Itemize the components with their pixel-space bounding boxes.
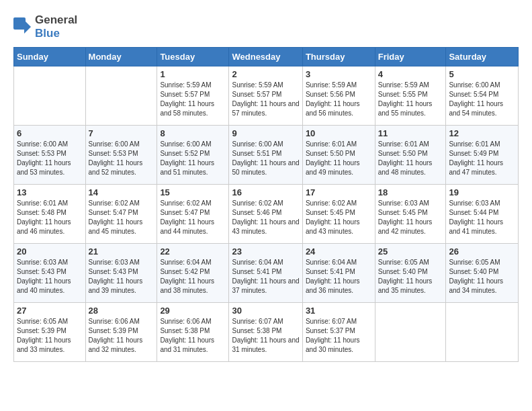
header-cell-sunday: Sunday [14, 48, 86, 66]
day-info: Sunrise: 5:59 AMSunset: 5:56 PMDaylight:… [306, 81, 372, 118]
logo: General Blue [13, 13, 77, 40]
calendar-cell: 19Sunrise: 6:03 AMSunset: 5:44 PMDayligh… [446, 185, 519, 244]
svg-marker-1 [24, 20, 31, 34]
week-row-2: 6Sunrise: 6:00 AMSunset: 5:53 PMDaylight… [14, 126, 519, 185]
day-number: 27 [17, 306, 83, 316]
day-number: 16 [232, 187, 299, 197]
day-info: Sunrise: 6:05 AMSunset: 5:40 PMDaylight:… [449, 258, 515, 295]
day-info: Sunrise: 6:04 AMSunset: 5:42 PMDaylight:… [160, 258, 226, 295]
day-info: Sunrise: 6:03 AMSunset: 5:45 PMDaylight:… [378, 199, 443, 236]
day-number: 5 [449, 69, 515, 79]
calendar-cell: 4Sunrise: 5:59 AMSunset: 5:55 PMDaylight… [375, 66, 446, 126]
day-info: Sunrise: 6:06 AMSunset: 5:39 PMDaylight:… [89, 317, 154, 355]
header: General Blue [13, 13, 519, 40]
header-cell-thursday: Thursday [302, 48, 375, 66]
calendar-cell: 6Sunrise: 6:00 AMSunset: 5:53 PMDaylight… [14, 126, 86, 185]
calendar-cell: 13Sunrise: 6:01 AMSunset: 5:48 PMDayligh… [14, 185, 86, 244]
calendar-cell: 9Sunrise: 6:00 AMSunset: 5:51 PMDaylight… [229, 126, 302, 185]
day-number: 9 [232, 128, 299, 138]
day-info: Sunrise: 6:07 AMSunset: 5:38 PMDaylight:… [232, 317, 299, 355]
day-info: Sunrise: 6:05 AMSunset: 5:40 PMDaylight:… [378, 258, 443, 295]
day-number: 23 [232, 246, 299, 257]
header-cell-wednesday: Wednesday [229, 48, 302, 66]
day-info: Sunrise: 6:00 AMSunset: 5:53 PMDaylight:… [17, 140, 83, 177]
header-cell-saturday: Saturday [446, 48, 519, 66]
day-number: 4 [378, 69, 443, 79]
calendar-cell: 1Sunrise: 5:59 AMSunset: 5:57 PMDaylight… [157, 66, 229, 126]
calendar-table: SundayMondayTuesdayWednesdayThursdayFrid… [13, 47, 519, 362]
day-info: Sunrise: 6:00 AMSunset: 5:53 PMDaylight:… [89, 140, 154, 177]
day-number: 30 [232, 306, 299, 316]
day-number: 18 [378, 187, 443, 197]
day-number: 31 [306, 306, 372, 316]
calendar-cell [14, 66, 86, 126]
day-number: 13 [17, 187, 83, 197]
calendar-cell: 26Sunrise: 6:05 AMSunset: 5:40 PMDayligh… [446, 244, 519, 303]
day-info: Sunrise: 6:02 AMSunset: 5:47 PMDaylight:… [160, 199, 226, 236]
day-info: Sunrise: 6:04 AMSunset: 5:41 PMDaylight:… [306, 258, 372, 295]
week-row-5: 27Sunrise: 6:05 AMSunset: 5:39 PMDayligh… [14, 303, 519, 362]
day-info: Sunrise: 6:01 AMSunset: 5:50 PMDaylight:… [306, 140, 372, 177]
day-info: Sunrise: 6:06 AMSunset: 5:38 PMDaylight:… [160, 317, 226, 355]
calendar-cell: 18Sunrise: 6:03 AMSunset: 5:45 PMDayligh… [375, 185, 446, 244]
day-number: 8 [160, 128, 226, 138]
calendar-cell: 14Sunrise: 6:02 AMSunset: 5:47 PMDayligh… [85, 185, 157, 244]
header-cell-friday: Friday [375, 48, 446, 66]
calendar-cell: 29Sunrise: 6:06 AMSunset: 5:38 PMDayligh… [157, 303, 229, 362]
day-number: 12 [449, 128, 515, 138]
day-info: Sunrise: 6:00 AMSunset: 5:52 PMDaylight:… [160, 140, 226, 177]
day-info: Sunrise: 6:07 AMSunset: 5:37 PMDaylight:… [306, 317, 372, 355]
day-number: 19 [449, 187, 515, 197]
calendar-cell [85, 66, 157, 126]
day-info: Sunrise: 6:00 AMSunset: 5:54 PMDaylight:… [449, 81, 515, 118]
calendar-cell [375, 303, 446, 362]
day-number: 1 [160, 69, 226, 79]
day-number: 10 [306, 128, 372, 138]
day-info: Sunrise: 6:02 AMSunset: 5:47 PMDaylight:… [89, 199, 154, 236]
day-info: Sunrise: 6:03 AMSunset: 5:44 PMDaylight:… [449, 199, 515, 236]
calendar-cell: 28Sunrise: 6:06 AMSunset: 5:39 PMDayligh… [85, 303, 157, 362]
week-row-1: 1Sunrise: 5:59 AMSunset: 5:57 PMDaylight… [14, 66, 519, 126]
day-info: Sunrise: 6:03 AMSunset: 5:43 PMDaylight:… [89, 258, 154, 295]
day-info: Sunrise: 6:01 AMSunset: 5:50 PMDaylight:… [378, 140, 443, 177]
calendar-cell: 2Sunrise: 5:59 AMSunset: 5:57 PMDaylight… [229, 66, 302, 126]
header-cell-monday: Monday [85, 48, 157, 66]
calendar-cell: 16Sunrise: 6:02 AMSunset: 5:46 PMDayligh… [229, 185, 302, 244]
day-number: 21 [89, 246, 154, 257]
day-number: 15 [160, 187, 226, 197]
day-number: 2 [232, 69, 299, 79]
day-info: Sunrise: 6:02 AMSunset: 5:45 PMDaylight:… [306, 199, 372, 236]
calendar-cell: 25Sunrise: 6:05 AMSunset: 5:40 PMDayligh… [375, 244, 446, 303]
calendar-cell: 20Sunrise: 6:03 AMSunset: 5:43 PMDayligh… [14, 244, 86, 303]
calendar-cell: 8Sunrise: 6:00 AMSunset: 5:52 PMDaylight… [157, 126, 229, 185]
day-number: 17 [306, 187, 372, 197]
week-row-3: 13Sunrise: 6:01 AMSunset: 5:48 PMDayligh… [14, 185, 519, 244]
day-info: Sunrise: 6:00 AMSunset: 5:51 PMDaylight:… [232, 140, 299, 177]
calendar-cell: 7Sunrise: 6:00 AMSunset: 5:53 PMDaylight… [85, 126, 157, 185]
logo-wordmark: General Blue [13, 13, 77, 40]
calendar-cell: 27Sunrise: 6:05 AMSunset: 5:39 PMDayligh… [14, 303, 86, 362]
calendar-cell [446, 303, 519, 362]
calendar-cell: 12Sunrise: 6:01 AMSunset: 5:49 PMDayligh… [446, 126, 519, 185]
week-row-4: 20Sunrise: 6:03 AMSunset: 5:43 PMDayligh… [14, 244, 519, 303]
day-number: 28 [89, 306, 154, 316]
logo-blue: Blue [35, 27, 60, 40]
calendar-cell: 21Sunrise: 6:03 AMSunset: 5:43 PMDayligh… [85, 244, 157, 303]
day-number: 24 [306, 246, 372, 257]
calendar-cell: 31Sunrise: 6:07 AMSunset: 5:37 PMDayligh… [302, 303, 375, 362]
calendar-cell: 3Sunrise: 5:59 AMSunset: 5:56 PMDaylight… [302, 66, 375, 126]
header-cell-tuesday: Tuesday [157, 48, 229, 66]
day-info: Sunrise: 6:03 AMSunset: 5:43 PMDaylight:… [17, 258, 83, 295]
day-info: Sunrise: 6:04 AMSunset: 5:41 PMDaylight:… [232, 258, 299, 295]
calendar-cell: 15Sunrise: 6:02 AMSunset: 5:47 PMDayligh… [157, 185, 229, 244]
logo-general: General [35, 13, 77, 26]
calendar-cell: 5Sunrise: 6:00 AMSunset: 5:54 PMDaylight… [446, 66, 519, 126]
calendar-cell: 11Sunrise: 6:01 AMSunset: 5:50 PMDayligh… [375, 126, 446, 185]
day-number: 6 [17, 128, 83, 138]
day-number: 20 [17, 246, 83, 257]
calendar-cell: 22Sunrise: 6:04 AMSunset: 5:42 PMDayligh… [157, 244, 229, 303]
calendar-cell: 30Sunrise: 6:07 AMSunset: 5:38 PMDayligh… [229, 303, 302, 362]
day-number: 3 [306, 69, 372, 79]
svg-rect-0 [13, 17, 26, 30]
calendar-cell: 23Sunrise: 6:04 AMSunset: 5:41 PMDayligh… [229, 244, 302, 303]
